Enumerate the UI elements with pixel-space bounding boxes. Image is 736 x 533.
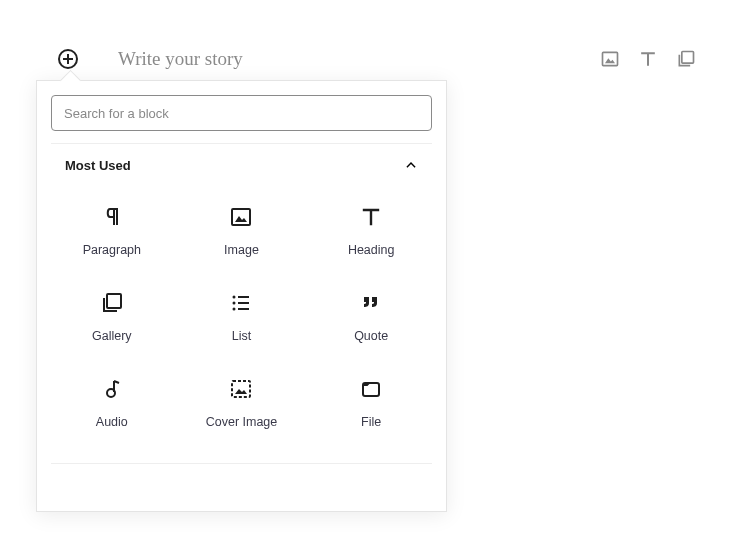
quote-icon: [359, 291, 383, 315]
heading-icon[interactable]: [638, 49, 658, 69]
block-item-list[interactable]: List: [177, 273, 307, 359]
pilcrow-icon: [100, 205, 124, 229]
chevron-up-icon: [404, 159, 418, 173]
section-header-most-used[interactable]: Most Used: [37, 144, 446, 179]
add-block-button[interactable]: [58, 49, 78, 69]
block-item-file[interactable]: File: [306, 359, 436, 445]
heading-icon: [359, 205, 383, 229]
block-label: Image: [224, 243, 259, 257]
block-list-scroll[interactable]: Most Used Paragraph Image Heading Galler…: [37, 144, 446, 511]
block-item-cover-image[interactable]: Cover Image: [177, 359, 307, 445]
image-icon: [229, 205, 253, 229]
audio-icon: [100, 377, 124, 401]
spacer: [37, 464, 446, 511]
block-item-image[interactable]: Image: [177, 187, 307, 273]
block-inserter-popover: Most Used Paragraph Image Heading Galler…: [36, 80, 447, 512]
image-icon[interactable]: [600, 49, 620, 69]
block-item-quote[interactable]: Quote: [306, 273, 436, 359]
cover-image-icon: [229, 377, 253, 401]
inline-toolbar: [600, 49, 696, 69]
search-wrap: [37, 81, 446, 143]
list-icon: [229, 291, 253, 315]
block-search-input[interactable]: [51, 95, 432, 131]
section-title: Most Used: [65, 158, 131, 173]
block-item-gallery[interactable]: Gallery: [47, 273, 177, 359]
block-label: Heading: [348, 243, 395, 257]
block-label: File: [361, 415, 381, 429]
gallery-icon[interactable]: [676, 49, 696, 69]
gallery-icon: [100, 291, 124, 315]
block-label: Quote: [354, 329, 388, 343]
editor-placeholder[interactable]: Write your story: [118, 48, 243, 70]
editor-top-row: Write your story: [58, 48, 696, 70]
block-label: Audio: [96, 415, 128, 429]
block-item-paragraph[interactable]: Paragraph: [47, 187, 177, 273]
file-icon: [359, 377, 383, 401]
block-label: Paragraph: [83, 243, 141, 257]
block-label: Cover Image: [206, 415, 278, 429]
block-grid: Paragraph Image Heading Gallery List Quo…: [37, 179, 446, 445]
block-label: Gallery: [92, 329, 132, 343]
block-item-audio[interactable]: Audio: [47, 359, 177, 445]
block-item-heading[interactable]: Heading: [306, 187, 436, 273]
block-label: List: [232, 329, 251, 343]
